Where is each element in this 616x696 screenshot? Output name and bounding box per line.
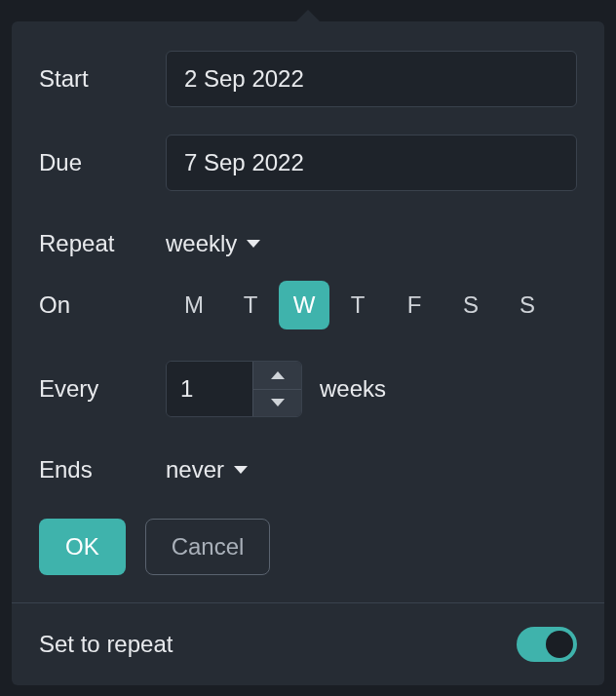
stepper-up-button[interactable] <box>253 362 301 389</box>
due-row: Due <box>12 121 604 205</box>
day-button-4[interactable]: F <box>386 281 443 329</box>
chevron-down-icon <box>247 240 260 248</box>
day-button-3[interactable]: T <box>329 281 386 329</box>
chevron-down-icon <box>271 399 285 406</box>
day-button-1[interactable]: T <box>222 281 279 329</box>
repeat-dropdown[interactable]: weekly <box>166 226 260 261</box>
on-row: On MTWTFSS <box>12 271 604 339</box>
ends-row: Ends never <box>12 435 604 497</box>
day-button-6[interactable]: S <box>499 281 556 329</box>
toggle-knob <box>546 631 573 658</box>
every-row: Every weeks <box>12 339 604 435</box>
every-input[interactable] <box>167 362 252 416</box>
due-input[interactable] <box>166 135 577 191</box>
day-picker: MTWTFSS <box>166 281 556 329</box>
cancel-button[interactable]: Cancel <box>145 519 271 575</box>
set-to-repeat-label: Set to repeat <box>39 631 173 658</box>
repeat-settings-popover: Start Due Repeat weekly On MTWTFSS Every… <box>12 21 604 685</box>
repeat-label: Repeat <box>39 230 166 257</box>
action-buttons: OK Cancel <box>12 497 604 602</box>
start-label: Start <box>39 65 166 93</box>
every-stepper <box>166 361 302 417</box>
set-to-repeat-toggle[interactable] <box>517 627 577 662</box>
day-button-0[interactable]: M <box>166 281 222 329</box>
repeat-row: Repeat weekly <box>12 205 604 271</box>
on-label: On <box>39 291 166 319</box>
day-button-2[interactable]: W <box>279 281 329 329</box>
start-input[interactable] <box>166 51 577 107</box>
due-label: Due <box>39 149 166 176</box>
popover-arrow <box>294 10 322 23</box>
ends-dropdown[interactable]: never <box>166 452 248 487</box>
chevron-down-icon <box>234 466 248 474</box>
day-button-5[interactable]: S <box>443 281 499 329</box>
stepper-down-button[interactable] <box>253 389 301 417</box>
repeat-value: weekly <box>166 230 237 257</box>
every-unit: weeks <box>320 375 386 403</box>
ok-button[interactable]: OK <box>39 519 126 575</box>
every-label: Every <box>39 375 166 403</box>
footer-row: Set to repeat <box>12 603 604 685</box>
chevron-up-icon <box>271 371 285 379</box>
start-row: Start <box>12 21 604 121</box>
ends-label: Ends <box>39 456 166 483</box>
ends-value: never <box>166 456 224 483</box>
stepper-buttons <box>252 362 301 416</box>
